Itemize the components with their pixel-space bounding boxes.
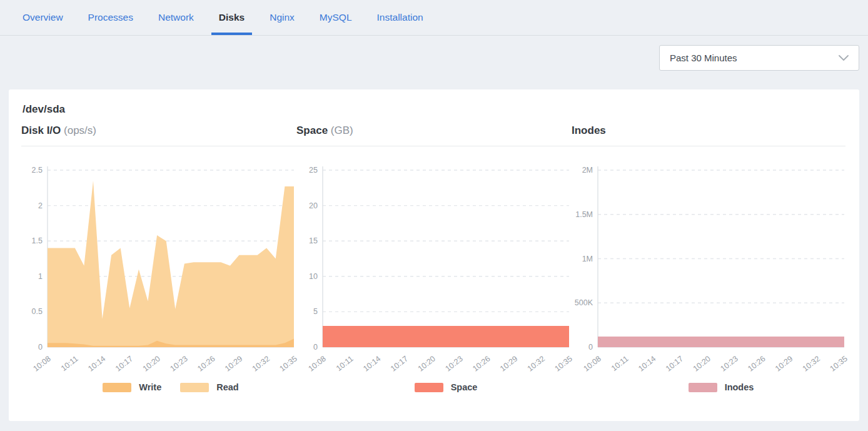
legend-swatch-icon <box>103 383 131 392</box>
y-tick-label: 2 <box>38 201 43 210</box>
inodes-legend: Inodes <box>598 382 844 392</box>
y-tick-label: 0 <box>588 343 593 352</box>
x-tick-label: 10:11 <box>610 354 630 373</box>
x-tick-label: 10:26 <box>471 354 492 373</box>
chart-titles-row: Disk I/O (ops/s) Space (GB) Inodes <box>21 124 845 146</box>
tab-processes[interactable]: Processes <box>81 0 141 35</box>
legend-label: Inodes <box>725 382 754 392</box>
area-series-space <box>323 326 569 347</box>
y-tick-label: 1M <box>582 255 593 263</box>
time-range-select[interactable]: Past 30 Minutes <box>659 45 859 71</box>
inodes-chart-column: 0500K1M1.5M2M10:0810:1110:1410:1710:2010… <box>572 164 844 392</box>
legend-swatch-icon <box>180 383 209 392</box>
x-tick-label: 10:11 <box>59 354 80 373</box>
y-tick-label: 25 <box>309 166 318 175</box>
x-tick-label: 10:08 <box>582 354 603 373</box>
legend-item-write[interactable]: Write <box>103 382 161 392</box>
charts-row: 00.511.522.510:0810:1110:1410:1710:2010:… <box>9 146 859 392</box>
tab-network[interactable]: Network <box>151 0 201 35</box>
y-tick-label: 2.5 <box>32 166 43 175</box>
disk-io-chart-title: Disk I/O (ops/s) <box>21 124 294 137</box>
y-tick-label: 15 <box>309 236 318 245</box>
x-tick-label: 10:32 <box>526 354 547 373</box>
y-tick-label: 20 <box>309 201 318 210</box>
disk-io-chart[interactable]: 00.511.522.510:0810:1110:1410:1710:2010:… <box>21 164 294 378</box>
disk-io-legend: WriteRead <box>48 382 294 392</box>
x-tick-label: 10:08 <box>307 354 328 373</box>
x-tick-label: 10:26 <box>746 354 767 373</box>
y-tick-label: 1.5M <box>575 210 593 219</box>
y-tick-label: 10 <box>309 272 318 281</box>
legend-item-inodes[interactable]: Inodes <box>689 382 754 392</box>
legend-item-read[interactable]: Read <box>180 382 238 392</box>
legend-item-space[interactable]: Space <box>415 382 478 392</box>
x-tick-label: 10:08 <box>32 354 53 373</box>
toolbar: Past 30 Minutes <box>0 36 868 89</box>
y-tick-label: 0 <box>38 343 43 352</box>
x-tick-label: 10:17 <box>664 354 685 373</box>
space-legend: Space <box>323 382 569 392</box>
x-tick-label: 10:32 <box>251 354 271 373</box>
legend-label: Read <box>216 382 238 392</box>
y-tick-label: 500K <box>575 298 593 307</box>
tab-nginx[interactable]: Nginx <box>262 0 302 35</box>
x-tick-label: 10:35 <box>829 354 849 373</box>
top-tab-bar: Overview Processes Network Disks Nginx M… <box>0 0 868 36</box>
x-tick-label: 10:29 <box>498 354 519 373</box>
x-tick-label: 10:14 <box>637 354 657 373</box>
x-tick-label: 10:29 <box>774 354 794 373</box>
y-tick-label: 5 <box>313 307 318 316</box>
x-tick-label: 10:35 <box>278 354 299 373</box>
area-series-inodes <box>598 337 844 347</box>
space-chart-title: Space (GB) <box>296 124 569 137</box>
disk-io-chart-column: 00.511.522.510:0810:1110:1410:1710:2010:… <box>21 164 294 392</box>
legend-label: Write <box>139 382 161 392</box>
chart-title-text: Inodes <box>572 124 606 136</box>
legend-swatch-icon <box>689 383 717 392</box>
device-title: /dev/sda <box>9 103 859 116</box>
chevron-down-icon <box>839 55 849 61</box>
x-tick-label: 10:14 <box>361 354 382 373</box>
chart-title-unit: (ops/s) <box>64 124 96 136</box>
y-tick-label: 1 <box>38 272 43 281</box>
y-tick-label: 2M <box>582 166 593 175</box>
x-tick-label: 10:20 <box>692 354 712 373</box>
x-tick-label: 10:17 <box>114 354 134 373</box>
y-tick-label: 0.5 <box>32 307 43 316</box>
legend-label: Space <box>451 382 478 392</box>
tab-installation[interactable]: Installation <box>370 0 431 35</box>
x-tick-label: 10:11 <box>335 354 355 373</box>
space-chart-column: 051015202510:0810:1110:1410:1710:2010:23… <box>296 164 569 392</box>
inodes-chart-title: Inodes <box>572 124 844 137</box>
y-tick-label: 0 <box>313 343 318 352</box>
x-tick-label: 10:35 <box>553 354 574 373</box>
tab-disks[interactable]: Disks <box>211 0 252 35</box>
y-tick-label: 1.5 <box>32 236 43 245</box>
x-tick-label: 10:26 <box>196 354 216 373</box>
x-tick-label: 10:20 <box>416 354 437 373</box>
legend-swatch-icon <box>415 383 443 392</box>
x-tick-label: 10:14 <box>86 354 107 373</box>
space-chart[interactable]: 051015202510:0810:1110:1410:1710:2010:23… <box>296 164 569 378</box>
x-tick-label: 10:32 <box>801 354 822 373</box>
chart-title-text: Space <box>296 124 328 136</box>
time-range-value: Past 30 Minutes <box>670 53 737 63</box>
chart-title-unit: (GB) <box>331 124 353 136</box>
x-tick-label: 10:23 <box>443 354 464 373</box>
inodes-chart[interactable]: 0500K1M1.5M2M10:0810:1110:1410:1710:2010… <box>572 164 844 378</box>
x-tick-label: 10:17 <box>389 354 410 373</box>
disk-panel: /dev/sda Disk I/O (ops/s) Space (GB) Ino… <box>9 89 859 421</box>
chart-title-text: Disk I/O <box>21 124 61 136</box>
x-tick-label: 10:20 <box>141 354 162 373</box>
tab-mysql[interactable]: MySQL <box>312 0 360 35</box>
x-tick-label: 10:23 <box>168 354 189 373</box>
x-tick-label: 10:29 <box>223 354 244 373</box>
tab-overview[interactable]: Overview <box>15 0 71 35</box>
x-tick-label: 10:23 <box>719 354 739 373</box>
